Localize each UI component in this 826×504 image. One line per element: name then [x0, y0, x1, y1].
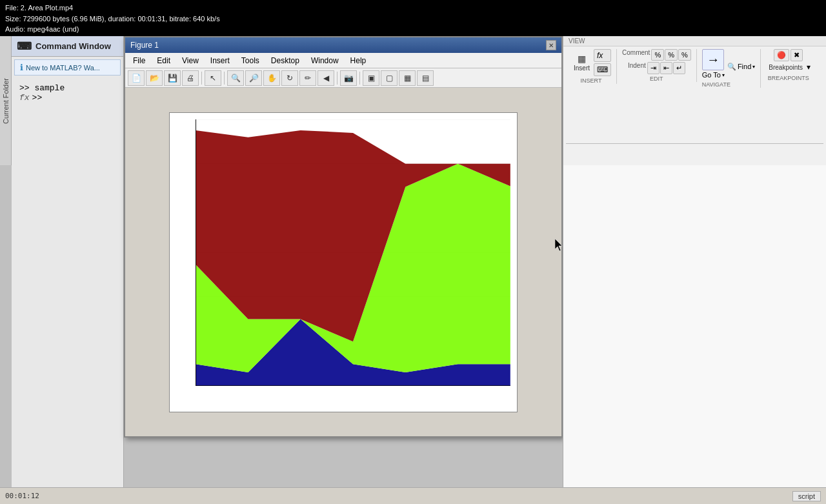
toolbar-sep1	[201, 72, 202, 85]
indent-label: Indent	[628, 62, 646, 74]
breakpoints-btn[interactable]: Breakpoints	[766, 63, 805, 72]
editor-ribbon-panel: VIEW ▦ Insert fx ⌨ INSERT Comment	[563, 36, 826, 165]
ribbon-bottom-divider	[566, 143, 823, 144]
figure-window: Figure 1 ✕ File Edit View Insert Tools D…	[124, 36, 563, 438]
breakpoints-btn-row: Breakpoints ▾	[766, 63, 811, 72]
figure-close-button[interactable]: ✕	[546, 40, 556, 50]
script-label: script	[792, 491, 821, 501]
comment-row: Comment % % %	[622, 49, 691, 61]
menu-edit[interactable]: Edit	[152, 55, 176, 66]
indent-btn1[interactable]: ⇥	[647, 62, 660, 74]
command-window-panel: ⌨ Command Window ℹ New to MATLAB? Wa... …	[12, 36, 124, 504]
plot-container: 0 2 4 6 8 10 12 1 1.5 2 2.5 3	[169, 112, 518, 412]
toolbar-open[interactable]: 📂	[146, 70, 163, 86]
info-bar: File: 2. Area Plot.mp4 Size: 7299600 byt…	[0, 0, 826, 36]
cmd-line2: >>	[32, 93, 43, 103]
menu-view[interactable]: View	[177, 55, 204, 66]
toolbar-link[interactable]: ▤	[417, 70, 434, 86]
new-to-matlab-banner[interactable]: ℹ New to MATLAB? Wa...	[14, 59, 121, 76]
insert-btn[interactable]: ▦ Insert	[571, 52, 592, 73]
plot-svg: 0 2 4 6 8 10 12 1 1.5 2 2.5 3	[196, 119, 510, 386]
navigate-label: NAVIGATE	[702, 81, 730, 88]
insert-group: ▦ Insert fx ⌨ INSERT	[566, 49, 617, 84]
cmd-line1: >> sample	[19, 83, 116, 93]
command-content: >> sample fx >>	[12, 78, 123, 504]
breakpoints-content: 🔴 ✖ Breakpoints ▾	[766, 49, 811, 72]
breakpoints-top-row: 🔴 ✖	[774, 49, 803, 61]
view-label: VIEW	[563, 36, 826, 46]
toolbar-select[interactable]: ↖	[205, 70, 221, 86]
fx-btn[interactable]: fx	[594, 49, 611, 62]
edit-group-label: EDIT	[650, 76, 663, 82]
toolbar-legend[interactable]: ▢	[381, 70, 398, 86]
toolbar-pan[interactable]: ✋	[263, 70, 280, 86]
comment-label: Comment	[622, 49, 650, 61]
figure-titlebar: Figure 1 ✕	[125, 37, 561, 53]
fx-symbol: fx	[19, 93, 30, 103]
find-group: 🔍 Find ▾	[727, 63, 755, 71]
toolbar-colorbar[interactable]: ▦	[399, 70, 416, 86]
indent-btn2[interactable]: ⇤	[660, 62, 672, 74]
comment-btn2[interactable]: %	[665, 49, 678, 61]
figure-toolbar: 📄 📂 💾 🖨 ↖ 🔍 🔎 ✋ ↻ ✏ ◀ 📷 ▣ ▢ ▦ ▤	[125, 68, 561, 88]
goto-button[interactable]: → Go To ▾	[702, 49, 725, 79]
toolbar-sep2	[224, 72, 225, 85]
toolbar-zoom-out[interactable]: 🔎	[245, 70, 262, 86]
comment-btn3[interactable]: %	[678, 49, 691, 61]
menu-file[interactable]: File	[128, 55, 150, 66]
toolbar-save[interactable]: 💾	[164, 70, 181, 86]
indent-btn3[interactable]: ↵	[673, 62, 685, 74]
menu-help[interactable]: Help	[345, 55, 372, 66]
editor-content-area	[563, 165, 826, 487]
figure-title: Figure 1	[130, 41, 159, 50]
navigate-buttons: → Go To ▾ 🔍 Find ▾	[702, 49, 756, 79]
current-folder-label: Current Folder	[2, 78, 10, 124]
toolbar-print[interactable]: 🖨	[182, 70, 199, 86]
toolbar-sep3	[337, 72, 337, 85]
command-window-title: ⌨ Command Window	[12, 36, 123, 57]
breakpoints-label: BREAKPOINTS	[768, 75, 809, 81]
menu-window[interactable]: Window	[306, 55, 344, 66]
toolbar-camera[interactable]: 📷	[340, 70, 357, 86]
breakpoints-group: 🔴 ✖ Breakpoints ▾ BREAKPOINTS	[761, 49, 816, 81]
comment-group: Comment % % % Indent ⇥ ⇤ ↵ EDIT	[617, 49, 697, 82]
bp-clear[interactable]: ✖	[791, 49, 803, 61]
toolbar-new[interactable]: 📄	[128, 70, 145, 86]
toolbar-zoom-in[interactable]: 🔍	[227, 70, 244, 86]
bottom-bar: 00:01:12 script	[0, 487, 826, 504]
menu-insert[interactable]: Insert	[205, 55, 235, 66]
figure-menubar: File Edit View Insert Tools Desktop Wind…	[125, 53, 561, 68]
plot-area: 0 2 4 6 8 10 12 1 1.5 2 2.5 3	[125, 88, 561, 436]
toolbar-plot-tools[interactable]: ▣	[363, 70, 379, 86]
navigate-group: → Go To ▾ 🔍 Find ▾ NAVIGATE	[697, 49, 761, 88]
ribbon-content: ▦ Insert fx ⌨ INSERT Comment % % %	[563, 46, 826, 143]
toolbar-datacursor[interactable]: ✏	[299, 70, 316, 86]
info-line1: File: 2. Area Plot.mp4	[5, 3, 821, 14]
fx-buttons: fx ⌨	[594, 49, 611, 76]
toolbar-sep4	[359, 72, 360, 85]
menu-desktop[interactable]: Desktop	[266, 55, 305, 66]
indent-row: Indent ⇥ ⇤ ↵	[628, 62, 685, 74]
toolbar-brush[interactable]: ◀	[317, 70, 334, 86]
insert-group-label: INSERT	[581, 77, 602, 84]
fx2-btn[interactable]: ⌨	[594, 63, 611, 76]
insert-buttons: ▦ Insert fx ⌨	[571, 49, 611, 76]
toolbar-rotate[interactable]: ↻	[281, 70, 298, 86]
comment-btn1[interactable]: %	[651, 49, 664, 61]
menu-tools[interactable]: Tools	[236, 55, 265, 66]
current-folder-tab[interactable]: Current Folder	[0, 36, 12, 165]
bp-add[interactable]: 🔴	[774, 49, 789, 61]
info-line3: Audio: mpeg4aac (und)	[5, 24, 821, 35]
info-line2: Size: 7299600 bytes (6.96 MiB), duration…	[5, 14, 821, 25]
time-display: 00:01:12	[5, 492, 39, 500]
